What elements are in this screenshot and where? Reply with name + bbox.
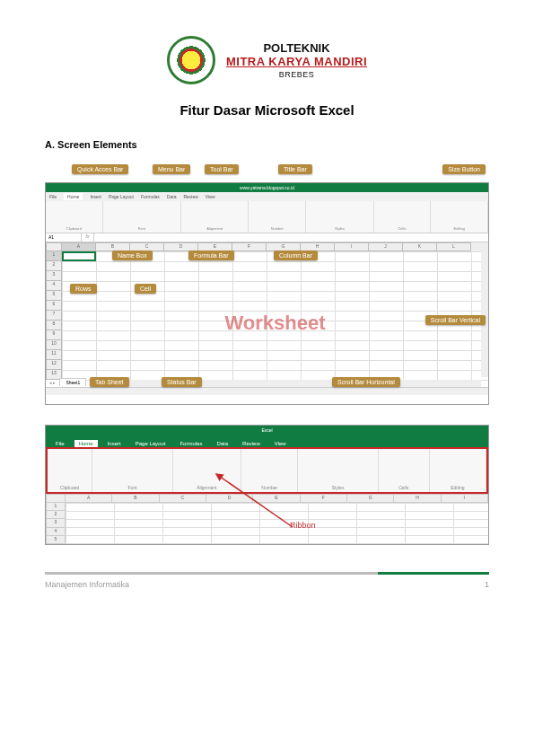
callout-tool-bar: Tool Bar (205, 164, 239, 174)
excel-ribbon: Clipboard Font Alignment Number Styles C… (46, 201, 488, 233)
sheet-tab-1[interactable]: Sheet1 (59, 378, 86, 386)
col-l[interactable]: L (437, 242, 471, 251)
ribbon-styles: Styles (308, 226, 371, 231)
row-headers-2: 12345 (46, 503, 66, 544)
row-headers: 1 2 3 4 5 6 7 8 9 10 11 12 13 (46, 251, 62, 395)
worksheet-watermark: Worksheet (224, 312, 325, 335)
header-line1: POLTEKNIK (226, 41, 367, 55)
callout-size-button: Size Button (442, 164, 486, 174)
row-12[interactable]: 12 (46, 360, 62, 370)
ribbon-font: Font (105, 226, 179, 231)
section-a-heading: A. Screen Elements (45, 139, 489, 150)
col2-i[interactable]: I (442, 494, 488, 503)
tab-data[interactable]: Data (167, 194, 177, 199)
svg-line-0 (216, 474, 293, 527)
row-4[interactable]: 4 (46, 281, 62, 291)
callout-name-box: Name Box (112, 251, 153, 260)
vertical-scrollbar[interactable] (481, 242, 488, 377)
excel-formula-row: A1 fx (46, 233, 488, 242)
row-8[interactable]: 8 (46, 321, 62, 330)
row-2[interactable]: 2 (46, 261, 62, 271)
col2-g[interactable]: G (347, 494, 394, 503)
row-6[interactable]: 6 (46, 301, 62, 311)
col2-h[interactable]: H (394, 494, 441, 503)
tab2-view[interactable]: View (270, 440, 291, 447)
excel-screenshot-ribbon: Excel File Home Insert Page Layout Formu… (45, 425, 489, 545)
excel-window: www.yatrana.blogspot.co.id File Home Ins… (45, 182, 489, 405)
tab-insert[interactable]: Insert (90, 194, 101, 199)
header-line3: BREBES (226, 70, 367, 79)
callout-tab-sheet: Tab Sheet (90, 377, 129, 387)
excel-screenshot-annotated: Quick Acces Bar Menu Bar Tool Bar Title … (45, 163, 489, 405)
rg2-clipboard: Clipboard (49, 485, 90, 490)
select-all-corner[interactable] (46, 242, 62, 251)
row-7[interactable]: 7 (46, 311, 62, 321)
excel-grid: A B C D E F G H I J K L 1 2 (46, 242, 488, 395)
selected-cell[interactable] (62, 251, 96, 261)
document-header: POLTEKNIK MITRA KARYA MANDIRI BREBES (45, 36, 489, 84)
col2-c[interactable]: C (160, 494, 206, 503)
col-i[interactable]: I (335, 242, 369, 251)
tab-page-layout[interactable]: Page Layout (109, 194, 134, 199)
row-1[interactable]: 1 (46, 251, 62, 261)
excel2-app-name: Excel (261, 427, 272, 433)
footer: Manajemen Informatika 1 (45, 580, 489, 589)
row-11[interactable]: 11 (46, 350, 62, 360)
ribbon-cells: Cells (376, 226, 429, 231)
status-bar (46, 387, 488, 395)
callout-column-bar: Column Bar (274, 251, 318, 260)
tab-review[interactable]: Review (183, 194, 197, 199)
ribbon-editing: Editing (433, 226, 486, 231)
name-box[interactable]: A1 (46, 233, 82, 242)
formula-bar-input[interactable] (94, 233, 488, 242)
callout-formula-bar: Formula Bar (188, 251, 234, 260)
document-title: Fitur Dasar Microsoft Excel (45, 102, 489, 118)
row-10[interactable]: 10 (46, 340, 62, 350)
rg2-cells: Cells (381, 485, 427, 490)
col-j[interactable]: J (369, 242, 403, 251)
tab-home[interactable]: Home (64, 193, 83, 200)
callout-rows: Rows (70, 284, 97, 294)
fx-icon[interactable]: fx (82, 233, 94, 242)
ribbon-alignment: Alignment (183, 226, 246, 231)
tab2-review[interactable]: Review (238, 440, 265, 447)
tab-formulas[interactable]: Formulas (141, 194, 160, 199)
tab2-page-layout[interactable]: Page Layout (131, 440, 171, 447)
tab2-data[interactable]: Data (212, 440, 232, 447)
ribbon-number: Number (250, 226, 303, 231)
callout-cell: Cell (135, 284, 156, 294)
tab2-home[interactable]: Home (74, 440, 98, 447)
footer-divider (45, 572, 489, 575)
callout-scroll-horizontal: Scroll Bar Horizontal (332, 377, 400, 387)
col-k[interactable]: K (403, 242, 437, 251)
rg2-editing: Editing (432, 485, 484, 490)
col2-b[interactable]: B (112, 494, 159, 503)
excel-title-bar: www.yatrana.blogspot.co.id (46, 183, 488, 192)
tab2-insert[interactable]: Insert (103, 440, 126, 447)
callout-menu-bar: Menu Bar (153, 164, 190, 174)
header-line2: MITRA KARYA MANDIRI (226, 55, 367, 68)
excel-menu-tabs: File Home Insert Page Layout Formulas Da… (46, 192, 488, 201)
cells-area[interactable]: Worksheet (62, 251, 488, 395)
horizontal-scrollbar[interactable] (100, 380, 481, 387)
col-a[interactable]: A (62, 242, 96, 251)
excel-title-text: www.yatrana.blogspot.co.id (240, 185, 294, 190)
callout-quick-access: Quick Acces Bar (72, 164, 128, 174)
callout-status-bar: Status Bar (162, 377, 202, 387)
ribbon-clipboard: Clipboard (48, 226, 101, 231)
tab-view[interactable]: View (206, 194, 215, 199)
institution-logo (167, 36, 215, 84)
row-5[interactable]: 5 (46, 291, 62, 301)
row-3[interactable]: 3 (46, 271, 62, 281)
footer-left: Manajemen Informatika (45, 580, 129, 589)
tab2-formulas[interactable]: Formulas (175, 440, 206, 447)
col2-a[interactable]: A (66, 494, 112, 503)
tab-file[interactable]: File (49, 194, 57, 199)
tab2-file[interactable]: File (51, 440, 69, 447)
excel2-tabs: File Home Insert Page Layout Formulas Da… (46, 436, 488, 447)
callout-ribbon: Ribbon (290, 521, 316, 530)
callout-title-bar: Title Bar (278, 164, 312, 174)
footer-page-number: 1 (485, 580, 489, 589)
col-f[interactable]: F (232, 242, 267, 251)
row-9[interactable]: 9 (46, 330, 62, 340)
